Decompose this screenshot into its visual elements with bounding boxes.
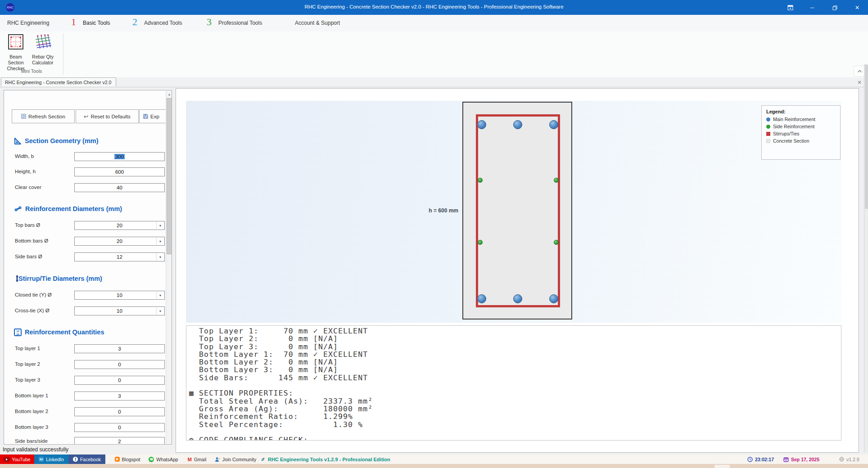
- results-output-area[interactable]: Top Layer 1: 70 mm ✓ EXCELLENT Top Layer…: [186, 325, 841, 441]
- rebar-main: [549, 294, 558, 303]
- save-icon: [143, 114, 148, 119]
- stirrup-tie-header: Stirrup/Tie Diameters (mm): [15, 274, 102, 283]
- field-row-height: Height, h 600: [4, 167, 172, 176]
- refresh-section-button[interactable]: Refresh Section: [12, 109, 75, 123]
- quantity-grid-icon: 1234: [14, 328, 22, 336]
- field-row-top-bars-dia: Top bars Ø 20▾: [4, 221, 172, 230]
- facebook-link[interactable]: f Facebook: [68, 454, 105, 464]
- stirrup-outline: [476, 114, 560, 307]
- bottom-toolbar: YouTube in LinkedIn f Facebook B Blogspo…: [0, 454, 868, 464]
- legend-item: Main Reinforcement: [766, 117, 815, 122]
- clock-icon: [747, 457, 753, 462]
- ribbon-group-separator: [63, 33, 63, 75]
- side-bars-per-side-input[interactable]: 2: [74, 437, 165, 445]
- chevron-down-icon[interactable]: ▾: [156, 238, 164, 245]
- results-text: Top Layer 1: 70 mm ✓ EXCELLENT Top Layer…: [186, 326, 841, 441]
- document-tab[interactable]: RHC Engineering - Concrete Section Check…: [1, 77, 116, 86]
- whatsapp-icon: ☎: [149, 457, 154, 462]
- field-row-top-layer-1: Top layer 1 3: [4, 344, 172, 353]
- field-row-bottom-layer-1: Bottom layer 1 3: [4, 392, 172, 400]
- rebar-main: [477, 294, 486, 303]
- scrollbar-thumb[interactable]: [167, 98, 172, 254]
- youtube-link[interactable]: YouTube: [0, 454, 34, 464]
- beam-section-checker-button[interactable]: Beam SectionChecker: [3, 33, 29, 73]
- tab-close-icon[interactable]: ✕: [856, 79, 863, 86]
- field-row-closed-tie: Closed tie (Y) Ø 10▾: [4, 291, 172, 300]
- bottom-layer-3-input[interactable]: 0: [74, 423, 165, 432]
- scrollbar-thumb[interactable]: [865, 65, 868, 209]
- globe-icon: [839, 457, 844, 462]
- person-plus-icon: +: [215, 457, 220, 462]
- rebar-grid-icon: [34, 33, 52, 52]
- blogspot-icon: B: [115, 457, 120, 462]
- rebar-qty-calculator-button[interactable]: Rebar QtyCalculator: [30, 33, 56, 73]
- cross-tie-diameter-select[interactable]: 10▾: [74, 306, 165, 315]
- stirrups-marker: [766, 132, 770, 136]
- desktop-edge: [0, 464, 868, 468]
- rebar-side: [478, 178, 483, 183]
- tab-number-1: 1: [71, 16, 76, 28]
- chevron-down-icon[interactable]: ▾: [156, 292, 164, 299]
- tab-professional-tools[interactable]: Professional Tools: [218, 20, 262, 26]
- chevron-down-icon[interactable]: ▾: [156, 307, 164, 315]
- main-scrollbar[interactable]: [864, 64, 868, 453]
- panel-scrollbar[interactable]: ▲: [166, 91, 172, 444]
- concrete-marker: [766, 139, 770, 143]
- reinforcement-diameters-header: Reinforcement Diameters (mm): [14, 204, 122, 213]
- bottom-layer-1-input[interactable]: 3: [74, 392, 165, 400]
- section-drawing-canvas: h = 600 mm: [186, 101, 841, 323]
- minimize-button[interactable]: ─: [806, 3, 818, 12]
- legend-box: Legend: Main Reinforcement Side Reinforc…: [761, 105, 841, 160]
- section-geometry-header: Section Geometry (mm): [14, 136, 99, 145]
- gmail-link[interactable]: M Gmail: [185, 454, 209, 464]
- reinforcement-quantities-header: 1234 Reinforcement Quantities: [14, 328, 104, 337]
- ribbon-group-label: Mini Tools: [0, 68, 63, 74]
- close-button[interactable]: ✕: [851, 3, 863, 12]
- top-bars-diameter-select[interactable]: 20▾: [74, 221, 165, 230]
- legend-item: Concrete Section: [766, 138, 809, 144]
- svg-text:34: 34: [16, 333, 19, 335]
- whatsapp-link[interactable]: ☎ WhatsApp: [147, 454, 180, 464]
- tab-basic-tools[interactable]: Basic Tools: [83, 20, 110, 26]
- legend-item: Side Reinforcement: [766, 124, 814, 129]
- brand-label: RHC Engineering Tools v1.2.9 - Professio…: [260, 454, 422, 464]
- status-bar: Input validated successfully: [0, 445, 176, 454]
- closed-tie-diameter-select[interactable]: 10▾: [74, 291, 165, 300]
- field-row-bottom-layer-3: Bottom layer 3 0: [4, 423, 172, 432]
- linkedin-icon: in: [39, 457, 44, 462]
- svg-text:+: +: [218, 457, 220, 460]
- linkedin-link[interactable]: in LinkedIn: [34, 454, 68, 464]
- height-input[interactable]: 600: [74, 167, 165, 176]
- top-layer-2-input[interactable]: 0: [74, 360, 165, 369]
- input-panel: Refresh Section ↩ Reset to Defaults Exp …: [4, 90, 172, 445]
- rebar-main: [513, 120, 522, 129]
- field-row-width: Width, b 300: [4, 152, 172, 161]
- gmail-icon: M: [188, 457, 192, 462]
- reset-to-defaults-button[interactable]: ↩ Reset to Defaults: [76, 109, 139, 123]
- restore-button[interactable]: [828, 3, 841, 12]
- undo-icon: ↩: [84, 113, 88, 120]
- chevron-down-icon[interactable]: ▾: [156, 253, 164, 261]
- tab-account-support[interactable]: Account & Support: [295, 20, 340, 26]
- menu-rhc-engineering[interactable]: RHC Engineering: [7, 20, 49, 26]
- ribbon-display-options-icon[interactable]: [784, 3, 796, 12]
- field-row-side-bars-side: Side bars/side 2: [4, 437, 172, 445]
- clear-cover-input[interactable]: 40: [74, 183, 165, 192]
- scroll-up-arrow-icon[interactable]: ▲: [166, 91, 172, 98]
- top-layer-1-input[interactable]: 3: [74, 344, 165, 353]
- chevron-down-icon[interactable]: ▾: [156, 222, 164, 229]
- bottom-layer-2-input[interactable]: 0: [74, 407, 165, 416]
- bottom-bars-diameter-select[interactable]: 20▾: [74, 237, 165, 246]
- field-row-bottom-layer-2: Bottom layer 2 0: [4, 407, 172, 416]
- blogspot-link[interactable]: B Blogspot: [111, 454, 144, 464]
- rebar-side: [554, 240, 559, 245]
- document-tab-bar: RHC Engineering - Concrete Section Check…: [0, 77, 868, 87]
- tab-advanced-tools[interactable]: Advanced Tools: [144, 20, 182, 26]
- field-row-top-layer-2: Top layer 2 0: [4, 360, 172, 369]
- top-layer-3-input[interactable]: 0: [74, 376, 165, 385]
- side-bars-diameter-select[interactable]: 12▾: [74, 252, 165, 261]
- tab-number-3: 3: [207, 16, 212, 28]
- width-input[interactable]: 300: [74, 152, 165, 161]
- field-row-bottom-bars-dia: Bottom bars Ø 20▾: [4, 237, 172, 246]
- join-community-link[interactable]: + Join Community: [213, 454, 258, 464]
